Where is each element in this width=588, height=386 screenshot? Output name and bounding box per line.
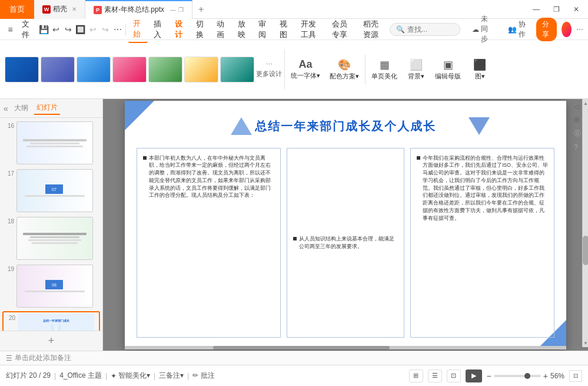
slide-item-18[interactable]: 18 [2, 216, 100, 261]
slide-item-17[interactable]: 17 07 [2, 168, 100, 213]
view-normal-btn[interactable]: ⊞ [409, 369, 423, 382]
more-icon[interactable]: ⋯ [112, 21, 123, 38]
slide-info: 幻灯片 20 / 29 [6, 371, 51, 381]
tab-wps[interactable]: W 稻壳 ✕ [34, 0, 85, 19]
add-slide-btn[interactable]: + [0, 331, 102, 351]
undo-icon[interactable]: ↩ [50, 21, 61, 38]
note-status-label: 三备注▾ [159, 371, 184, 380]
color-scheme-btn[interactable]: 🎨 配色方案▾ [326, 57, 363, 83]
menu-file[interactable]: 文件 [17, 17, 37, 42]
view-slide-btn[interactable]: ⊡ [447, 369, 461, 382]
share-btn[interactable]: 分享 [536, 18, 557, 41]
slide-size-btn[interactable]: ⬛ 图▾ [467, 57, 493, 83]
slide-col-1: 本部门年初人数为八人，在年中外秘大件与文员离职，给当时工作带来一定的麻烦，但经过… [137, 148, 281, 338]
accessibility-icon[interactable]: ⓪ [574, 128, 581, 138]
v-scroll-thumb[interactable] [583, 236, 588, 265]
canvas-area[interactable]: 总结一年来部门成长及个人成长 本部门年初人数为八人，在年中外秘大件与文员离职，给… [103, 99, 588, 351]
tab-pptx-max[interactable]: ❐ [178, 6, 184, 13]
tab-pptx-min[interactable]: — [170, 6, 176, 13]
tab-insert[interactable]: 插入 [149, 17, 169, 42]
beautify-status-label: 智能美化▾ [118, 371, 150, 381]
tab-design[interactable]: 设计 [170, 17, 190, 42]
more-designs-btn[interactable]: ⋯ 更多设计 [256, 61, 282, 78]
slide-thumb-16 [16, 121, 93, 164]
bg-label: 背景▾ [408, 72, 424, 81]
outline-tab[interactable]: 大纲 [12, 102, 31, 114]
slide-item-16[interactable]: 16 [2, 120, 100, 166]
theme-3[interactable] [77, 57, 111, 83]
right-side-tools: ◁ ⊞ ⓪ ? [574, 103, 581, 151]
undo2-icon[interactable]: ↩ [87, 21, 98, 38]
slide-thumb-20: 总结一年来部门成长 [18, 314, 94, 331]
smart-beautify-btn[interactable]: ✦ 智能美化▾ [111, 371, 150, 381]
theme-4[interactable] [112, 57, 147, 83]
slide-item-19[interactable]: 19 08 [2, 263, 100, 309]
view-outline-btn[interactable]: ☰ [428, 369, 442, 382]
play-btn[interactable]: ▶ [466, 369, 482, 382]
menu-bar: ≡ 文件 💾 ↩ ↪ 🔲 ↩ ↪ ⋯ 开始 插入 设计 切换 动画 放映 审阅 … [0, 19, 588, 40]
bullet-2 [293, 237, 297, 240]
tab-dev[interactable]: 开发工具 [296, 17, 326, 42]
tab-wps-close[interactable]: ✕ [72, 6, 77, 12]
h-scroll-track[interactable] [125, 346, 566, 349]
slide-title: 总结一年来部门成长及个人成长 [125, 118, 566, 134]
slide-thumb-17: 07 [16, 169, 93, 212]
tab-transition[interactable]: 切换 [191, 17, 211, 42]
theme-5[interactable] [148, 57, 182, 83]
font-btn[interactable]: Aa 统一字体▾ [287, 57, 324, 82]
format-icon[interactable]: 🔲 [75, 21, 86, 38]
search-icon: 🔍 [396, 25, 405, 34]
menu-icon[interactable]: ≡ [5, 21, 16, 38]
zoom-in-btn[interactable]: + [543, 371, 548, 381]
avatar[interactable] [562, 22, 572, 37]
tab-view[interactable]: 视图 [275, 17, 295, 42]
search-input[interactable] [407, 25, 454, 34]
page-beautify-btn[interactable]: ▦ 单页美化 [368, 57, 401, 83]
theme-1[interactable] [5, 57, 39, 83]
note-icon: ☰ [6, 354, 12, 362]
search-bar[interactable]: 🔍 [390, 23, 460, 36]
slide-item-20[interactable]: 20 总结一年来部门成长 [2, 311, 100, 331]
tab-slideshow[interactable]: 放映 [233, 17, 253, 42]
collab-btn[interactable]: 👥 协作 [502, 18, 531, 41]
cloud-icon: ☁ [472, 25, 479, 34]
zoom-thumb [524, 373, 530, 379]
tab-resources[interactable]: 稻壳资源 [358, 17, 388, 42]
h-scroll-thumb[interactable] [213, 346, 390, 349]
background-btn[interactable]: ⬜ 背景▾ [403, 57, 429, 83]
more-menu-icon[interactable]: ⋯ [576, 25, 583, 34]
redo2-icon[interactable]: ↪ [99, 21, 111, 38]
slide-tab[interactable]: 幻灯片 [34, 101, 60, 115]
zoom-out-btn[interactable]: − [487, 371, 491, 381]
tab-animation[interactable]: 动画 [212, 17, 232, 42]
panel-collapse-icon[interactable]: ◁ [574, 103, 581, 111]
note-status-btn[interactable]: 三备注▾ [159, 371, 184, 381]
note-bar: ☰ 单击此处添加备注 [0, 351, 588, 365]
theme-6[interactable] [184, 57, 218, 83]
home-tab[interactable]: 首页 [0, 0, 34, 19]
zoom-slider[interactable] [494, 375, 541, 377]
ribbon-content: ⋯ 更多设计 Aa 统一字体▾ 🎨 配色方案▾ ▦ 单页美化 ⬜ 背景▾ ▣ 编… [0, 40, 588, 98]
master-btn[interactable]: ▣ 编辑母版 [431, 57, 464, 83]
status-left: 幻灯片 20 / 29 | 4_Office 主题 | ✦ 智能美化▾ | 三备… [6, 371, 215, 381]
col2-content: 从人员知识结构上来说基本合理，能满足公司两至三年的发展要求。 [299, 235, 398, 250]
theme-2[interactable] [41, 57, 75, 83]
tab-vip[interactable]: 会员专享 [327, 17, 357, 42]
add-tab-button[interactable]: + [192, 0, 210, 19]
zoom-fit-icon[interactable]: ⊞ [574, 116, 581, 124]
bullet-1 [143, 156, 147, 160]
annotation-btn[interactable]: ✏ 批注 [192, 371, 214, 381]
tab-start[interactable]: 开始 [128, 16, 148, 43]
redo-icon[interactable]: ↪ [62, 21, 74, 38]
help-icon[interactable]: ? [574, 143, 581, 151]
zoom-level: 56% [550, 372, 564, 380]
v-scroll-track[interactable]: ▲ ▼ [582, 99, 588, 347]
theme-7[interactable] [220, 57, 254, 83]
tab-review[interactable]: 审阅 [254, 17, 274, 42]
v-scroll-down[interactable]: ▼ [583, 339, 588, 347]
col2-text: 从人员知识结构上来说基本合理，能满足公司两至三年的发展要求。 [293, 235, 398, 250]
v-scroll-up[interactable]: ▲ [583, 99, 588, 107]
fit-page-btn[interactable]: ⊡ [569, 370, 582, 382]
save-icon[interactable]: 💾 [38, 21, 49, 38]
collapse-arrow[interactable]: « [4, 104, 8, 113]
